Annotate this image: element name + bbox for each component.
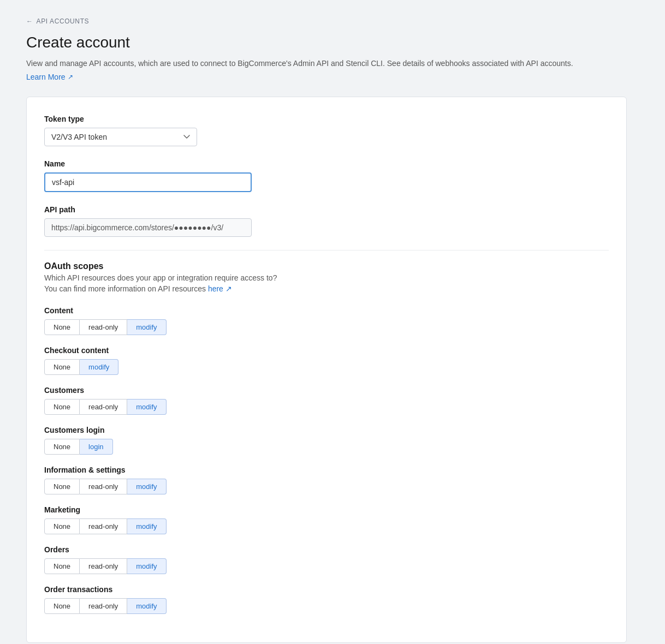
scope-orders-modify[interactable]: modify — [127, 558, 166, 574]
scope-checkout-label: Checkout content — [44, 346, 609, 355]
scope-customers-login: Customers login None login — [44, 426, 609, 455]
scope-customers: Customers None read-only modify — [44, 386, 609, 415]
here-external-icon: ↗ — [225, 284, 232, 293]
scope-content-none[interactable]: None — [44, 319, 80, 335]
scope-info-settings-buttons: None read-only modify — [44, 479, 609, 494]
scope-orders: Orders None read-only modify — [44, 545, 609, 574]
scope-info-settings-modify[interactable]: modify — [127, 479, 166, 494]
form-card: Token type V2/V3 API tokenStorefront API… — [26, 97, 627, 643]
scope-orders-none[interactable]: None — [44, 558, 80, 574]
divider — [44, 250, 609, 251]
token-type-label: Token type — [44, 115, 609, 123]
scope-customers-buttons: None read-only modify — [44, 399, 609, 415]
breadcrumb-arrow-icon: ← — [26, 17, 33, 25]
scope-checkout-content: Checkout content None modify — [44, 346, 609, 375]
scope-customers-none[interactable]: None — [44, 399, 80, 415]
scope-content-buttons: None read-only modify — [44, 319, 609, 335]
oauth-description-2: You can find more information on API res… — [44, 284, 609, 293]
scope-order-transactions-none[interactable]: None — [44, 598, 80, 614]
name-input[interactable] — [44, 172, 252, 192]
breadcrumb: ← API ACCOUNTS — [26, 17, 639, 25]
name-label: Name — [44, 159, 609, 168]
scope-customers-readonly[interactable]: read-only — [80, 399, 127, 415]
scope-orders-buttons: None read-only modify — [44, 558, 609, 574]
api-path-group: API path https://api.bigcommerce.com/sto… — [44, 205, 609, 237]
breadcrumb-label[interactable]: API ACCOUNTS — [37, 17, 90, 25]
scope-order-transactions-modify[interactable]: modify — [127, 598, 166, 614]
api-path-value: https://api.bigcommerce.com/stores/●●●●●… — [44, 218, 252, 237]
oauth-scopes-group: OAuth scopes Which API resources does yo… — [44, 261, 609, 293]
scope-checkout-none[interactable]: None — [44, 359, 80, 375]
scope-order-transactions-readonly[interactable]: read-only — [80, 598, 127, 614]
scope-order-transactions: Order transactions None read-only modify — [44, 585, 609, 614]
learn-more-link[interactable]: Learn More ↗ — [26, 73, 73, 81]
scope-marketing-readonly[interactable]: read-only — [80, 518, 127, 534]
scope-customers-login-buttons: None login — [44, 439, 609, 455]
scope-content-readonly[interactable]: read-only — [80, 319, 127, 335]
scope-marketing: Marketing None read-only modify — [44, 505, 609, 534]
name-group: Name — [44, 159, 609, 192]
page-title: Create account — [26, 34, 639, 51]
scope-customers-modify[interactable]: modify — [127, 399, 166, 415]
token-type-select[interactable]: V2/V3 API tokenStorefront API token — [44, 128, 197, 146]
scope-checkout-buttons: None modify — [44, 359, 609, 375]
page-container: ← API ACCOUNTS Create account View and m… — [0, 0, 665, 644]
scope-orders-label: Orders — [44, 545, 609, 554]
scope-info-settings-none[interactable]: None — [44, 479, 80, 494]
scope-marketing-buttons: None read-only modify — [44, 518, 609, 534]
learn-more-label: Learn More — [26, 73, 66, 81]
scope-content-label: Content — [44, 306, 609, 315]
scope-customers-login-login[interactable]: login — [80, 439, 112, 455]
token-type-group: Token type V2/V3 API tokenStorefront API… — [44, 115, 609, 146]
scope-information-settings: Information & settings None read-only mo… — [44, 466, 609, 494]
oauth-title: OAuth scopes — [44, 261, 609, 271]
page-description: View and manage API accounts, which are … — [26, 58, 639, 69]
scope-info-settings-label: Information & settings — [44, 466, 609, 474]
oauth-description-1: Which API resources does your app or int… — [44, 273, 609, 282]
scope-content-modify[interactable]: modify — [127, 319, 166, 335]
here-link[interactable]: here ↗ — [208, 284, 232, 293]
scope-content: Content None read-only modify — [44, 306, 609, 335]
scope-customers-label: Customers — [44, 386, 609, 395]
scope-order-transactions-buttons: None read-only modify — [44, 598, 609, 614]
scope-marketing-none[interactable]: None — [44, 518, 80, 534]
scope-info-settings-readonly[interactable]: read-only — [80, 479, 127, 494]
scope-customers-login-none[interactable]: None — [44, 439, 80, 455]
external-link-icon: ↗ — [68, 73, 73, 81]
scope-checkout-modify[interactable]: modify — [80, 359, 118, 375]
scope-customers-login-label: Customers login — [44, 426, 609, 434]
scope-order-transactions-label: Order transactions — [44, 585, 609, 594]
scope-marketing-label: Marketing — [44, 505, 609, 514]
scope-marketing-modify[interactable]: modify — [127, 518, 166, 534]
api-path-label: API path — [44, 205, 609, 214]
scope-orders-readonly[interactable]: read-only — [80, 558, 127, 574]
